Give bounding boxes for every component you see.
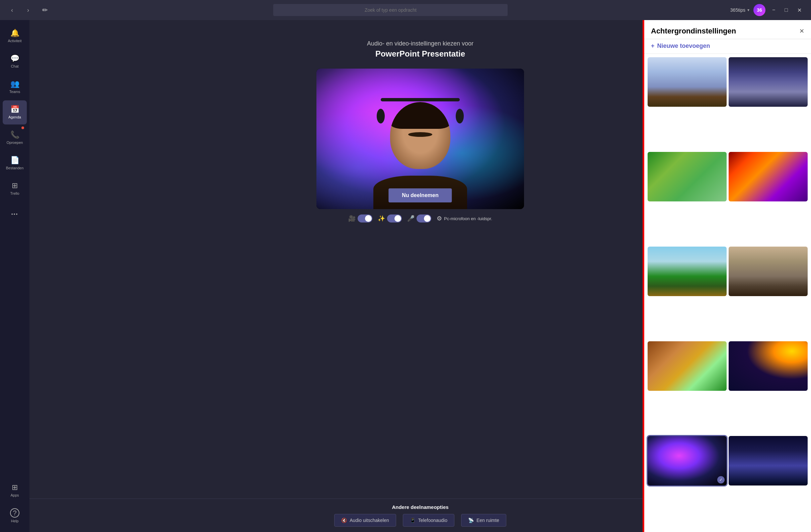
room-icon: 📡 xyxy=(468,518,474,523)
audio-device-control: ⚙ Pc-microfoon en -luidspr. xyxy=(437,215,492,222)
sidebar-item-more[interactable]: ••• xyxy=(3,202,27,226)
add-label: Nieuwe toevoegen xyxy=(657,43,710,49)
minimize-button[interactable]: − xyxy=(769,7,778,13)
video-preview: Nu deelnemen xyxy=(317,68,524,209)
plus-icon: + xyxy=(651,43,655,49)
mic-control: 🎤 xyxy=(407,215,431,222)
meeting-title-area: Audio- en video-instellingen kiezen voor… xyxy=(367,40,473,59)
phone-audio-icon: 📱 xyxy=(410,518,415,523)
bg-thumb-fantasy-gate[interactable] xyxy=(647,341,726,391)
video-camera-icon: 🎥 xyxy=(348,215,356,222)
sidebar: 🔔 Activiteit 💬 Chat 👥 Teams 📅 Agenda 📞 O… xyxy=(0,20,29,532)
sidebar-item-oproepen-wrapper: 📞 Oproepen xyxy=(3,126,27,150)
chat-icon: 💬 xyxy=(10,54,19,63)
trello-icon: ⊞ xyxy=(12,181,18,190)
sidebar-item-trello[interactable]: ⊞ Trello xyxy=(3,177,27,201)
bg-thumb-classroom[interactable] xyxy=(647,57,726,107)
notification-dot xyxy=(21,126,24,129)
sidebar-item-oproepen[interactable]: 📞 Oproepen xyxy=(3,126,27,150)
bg-panel-close-button[interactable]: ✕ xyxy=(799,28,804,35)
bg-thumb-space-planet[interactable] xyxy=(729,341,808,391)
mute-icon: 🔇 xyxy=(341,518,347,523)
bg-thumb-corridor[interactable] xyxy=(729,57,808,107)
bg-panel-add-button[interactable]: + Nieuwe toevoegen xyxy=(644,39,811,54)
bg-thumb-minecraft-colorful[interactable] xyxy=(729,152,808,201)
sidebar-item-activiteit[interactable]: 🔔 Activiteit xyxy=(3,24,27,48)
chevron-down-icon: ▾ xyxy=(747,8,749,12)
sidebar-item-label: Chat xyxy=(11,64,18,68)
close-button[interactable]: ✕ xyxy=(795,7,804,13)
bell-icon: 🔔 xyxy=(10,29,19,37)
sidebar-item-agenda[interactable]: 📅 Agenda xyxy=(3,100,27,124)
bg-panel-header: Achtergrondinstellingen ✕ xyxy=(644,20,811,39)
sidebar-item-apps[interactable]: ⊞ Apps xyxy=(3,479,27,503)
more-icon: ••• xyxy=(11,212,18,217)
mic-toggle[interactable] xyxy=(416,215,431,222)
bg-panel-title: Achtergrondinstellingen xyxy=(651,27,736,35)
controls-bar: 🎥 ✨ 🎤 ⚙ Pc-microfoon en -luidspr. xyxy=(348,209,492,228)
user-name-label: 365tips xyxy=(730,7,745,13)
bg-panel: Achtergrondinstellingen ✕ + Nieuwe toevo… xyxy=(644,20,811,532)
sidebar-item-label: Help xyxy=(11,519,19,523)
bg-thumb-mountains[interactable] xyxy=(647,247,726,296)
avatar: 36 xyxy=(753,4,765,16)
een-ruimte-button[interactable]: 📡 Een ruimte xyxy=(461,514,506,527)
bg-thumb-ruins[interactable] xyxy=(729,247,808,296)
meeting-subtitle: Audio- en video-instellingen kiezen voor xyxy=(367,40,473,47)
sidebar-item-label: Apps xyxy=(10,493,19,498)
effects-icon: ✨ xyxy=(378,215,385,222)
sidebar-item-help[interactable]: ? Help xyxy=(3,504,27,528)
sidebar-item-chat[interactable]: 💬 Chat xyxy=(3,49,27,74)
nav-forward-button[interactable]: › xyxy=(23,5,33,15)
files-icon: 📄 xyxy=(10,156,19,165)
audio-uitschakelen-label: Audio uitschakelen xyxy=(350,518,389,523)
sidebar-item-teams[interactable]: 👥 Teams xyxy=(3,75,27,99)
apps-icon: ⊞ xyxy=(12,483,18,492)
sidebar-item-label: Oproepen xyxy=(7,141,23,145)
video-toggle[interactable] xyxy=(357,215,372,222)
join-button[interactable]: Nu deelnemen xyxy=(388,188,452,202)
help-icon: ? xyxy=(10,508,19,518)
bg-thumb-minecraft-green[interactable] xyxy=(647,152,726,201)
compose-button[interactable]: ✏ xyxy=(39,4,51,16)
calendar-icon: 📅 xyxy=(10,105,19,114)
maximize-button[interactable]: □ xyxy=(782,7,791,13)
titlebar-right: 365tips ▾ 36 − □ ✕ xyxy=(730,4,804,16)
nav-back-button[interactable]: ‹ xyxy=(7,5,17,15)
titlebar: ‹ › ✏ 365tips ▾ 36 − □ ✕ xyxy=(0,0,811,20)
selected-check: ✓ xyxy=(717,476,724,484)
microphone-icon: 🎤 xyxy=(407,215,415,222)
content-area: Audio- en video-instellingen kiezen voor… xyxy=(29,20,811,532)
bg-thumb-fantasy-night[interactable] xyxy=(729,436,808,485)
een-ruimte-label: Een ruimte xyxy=(476,518,499,523)
sidebar-item-label: Trello xyxy=(10,191,19,196)
audio-uitschakelen-button[interactable]: 🔇 Audio uitschakelen xyxy=(334,514,396,527)
video-control: 🎥 xyxy=(348,215,372,222)
titlebar-left: ‹ › ✏ xyxy=(7,4,51,16)
bg-thumb-galaxy[interactable]: ✓ xyxy=(647,436,726,485)
bg-thumbnails-grid: ✓ xyxy=(644,54,811,532)
sidebar-item-bestanden[interactable]: 📄 Bestanden xyxy=(3,151,27,175)
sidebar-item-label: Bestanden xyxy=(6,166,24,170)
gear-icon: ⚙ xyxy=(437,215,442,222)
teams-icon: 👥 xyxy=(10,80,19,88)
effects-control: ✨ xyxy=(378,215,402,222)
sidebar-item-label: Activiteit xyxy=(8,39,22,43)
sidebar-item-label: Teams xyxy=(10,90,20,94)
user-badge: 365tips ▾ xyxy=(730,7,749,13)
sidebar-item-label: Agenda xyxy=(9,115,21,120)
telefoonaudio-button[interactable]: 📱 Telefoonaudio xyxy=(403,514,454,527)
effects-toggle[interactable] xyxy=(387,215,402,222)
phone-icon: 📞 xyxy=(10,130,19,139)
main-layout: 🔔 Activiteit 💬 Chat 👥 Teams 📅 Agenda 📞 O… xyxy=(0,20,811,532)
search-input[interactable] xyxy=(273,4,508,16)
telefoonaudio-label: Telefoonaudio xyxy=(418,518,447,523)
meeting-title: PowerPoint Presentatie xyxy=(367,49,473,59)
audio-device-label: Pc-microfoon en -luidspr. xyxy=(444,216,492,221)
video-background xyxy=(317,68,524,209)
